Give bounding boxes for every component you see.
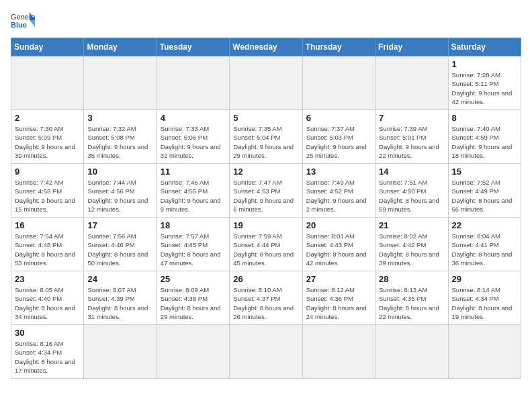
page-header: General Blue: [11, 11, 521, 31]
calendar-cell: [84, 325, 157, 379]
day-info: Sunrise: 8:12 AM Sunset: 4:36 PM Dayligh…: [306, 285, 371, 321]
day-info: Sunrise: 7:51 AM Sunset: 4:50 PM Dayligh…: [379, 178, 444, 214]
calendar-cell: 18Sunrise: 7:57 AM Sunset: 4:45 PM Dayli…: [157, 218, 229, 271]
day-info: Sunrise: 7:42 AM Sunset: 4:58 PM Dayligh…: [15, 178, 80, 214]
day-info: Sunrise: 8:16 AM Sunset: 4:34 PM Dayligh…: [15, 339, 80, 375]
day-number: 18: [161, 220, 226, 230]
day-number: 10: [87, 167, 152, 177]
calendar-cell: [448, 325, 521, 379]
calendar-cell: [302, 325, 375, 379]
day-number: 6: [306, 113, 371, 123]
day-number: 25: [161, 274, 226, 284]
calendar-cell: 6Sunrise: 7:37 AM Sunset: 5:03 PM Daylig…: [302, 110, 375, 164]
day-info: Sunrise: 8:14 AM Sunset: 4:34 PM Dayligh…: [452, 285, 517, 321]
calendar-cell: 8Sunrise: 7:40 AM Sunset: 4:59 PM Daylig…: [448, 110, 521, 164]
day-info: Sunrise: 8:13 AM Sunset: 4:35 PM Dayligh…: [379, 285, 444, 321]
calendar-cell: 16Sunrise: 7:54 AM Sunset: 4:48 PM Dayli…: [11, 218, 84, 271]
day-number: 14: [379, 167, 444, 177]
day-number: 29: [452, 274, 517, 284]
day-number: 30: [15, 328, 80, 338]
day-info: Sunrise: 7:28 AM Sunset: 5:11 PM Dayligh…: [452, 71, 517, 106]
calendar-cell: 20Sunrise: 8:01 AM Sunset: 4:43 PM Dayli…: [302, 218, 375, 271]
day-number: 19: [233, 220, 298, 230]
header-cell-friday: Friday: [375, 38, 448, 56]
calendar-cell: [84, 56, 157, 110]
calendar-cell: 29Sunrise: 8:14 AM Sunset: 4:34 PM Dayli…: [448, 271, 521, 325]
calendar-cell: 22Sunrise: 8:04 AM Sunset: 4:41 PM Dayli…: [448, 218, 521, 271]
calendar-cell: 28Sunrise: 8:13 AM Sunset: 4:35 PM Dayli…: [375, 271, 448, 325]
calendar-cell: [302, 56, 375, 110]
calendar-cell: 4Sunrise: 7:33 AM Sunset: 5:06 PM Daylig…: [157, 110, 229, 164]
calendar-week-2: 2Sunrise: 7:30 AM Sunset: 5:09 PM Daylig…: [11, 110, 521, 164]
calendar-cell: 7Sunrise: 7:39 AM Sunset: 5:01 PM Daylig…: [375, 110, 448, 164]
calendar-week-6: 30Sunrise: 8:16 AM Sunset: 4:34 PM Dayli…: [11, 325, 521, 379]
header-cell-sunday: Sunday: [11, 38, 84, 56]
day-number: 2: [15, 113, 80, 123]
day-info: Sunrise: 7:46 AM Sunset: 4:55 PM Dayligh…: [161, 178, 226, 214]
header-cell-wednesday: Wednesday: [230, 38, 302, 56]
calendar-cell: [230, 325, 302, 379]
calendar-week-5: 23Sunrise: 8:05 AM Sunset: 4:40 PM Dayli…: [11, 271, 521, 325]
calendar-table: SundayMondayTuesdayWednesdayThursdayFrid…: [11, 38, 521, 379]
day-info: Sunrise: 8:02 AM Sunset: 4:42 PM Dayligh…: [379, 232, 444, 267]
header-row: SundayMondayTuesdayWednesdayThursdayFrid…: [11, 38, 521, 56]
day-info: Sunrise: 7:33 AM Sunset: 5:06 PM Dayligh…: [161, 124, 226, 160]
calendar-cell: 24Sunrise: 8:07 AM Sunset: 4:39 PM Dayli…: [84, 271, 157, 325]
calendar-cell: 26Sunrise: 8:10 AM Sunset: 4:37 PM Dayli…: [230, 271, 302, 325]
calendar-header: SundayMondayTuesdayWednesdayThursdayFrid…: [11, 38, 521, 56]
day-number: 3: [87, 113, 152, 123]
calendar-cell: 11Sunrise: 7:46 AM Sunset: 4:55 PM Dayli…: [157, 164, 229, 218]
calendar-cell: 12Sunrise: 7:47 AM Sunset: 4:53 PM Dayli…: [230, 164, 302, 218]
day-info: Sunrise: 7:40 AM Sunset: 4:59 PM Dayligh…: [452, 124, 517, 160]
day-number: 24: [87, 274, 152, 284]
day-number: 17: [87, 220, 152, 230]
day-number: 8: [452, 113, 517, 123]
calendar-cell: [11, 56, 84, 110]
day-number: 26: [233, 274, 298, 284]
svg-text:Blue: Blue: [11, 21, 27, 29]
day-number: 13: [306, 167, 371, 177]
calendar-cell: [157, 56, 229, 110]
day-info: Sunrise: 7:59 AM Sunset: 4:44 PM Dayligh…: [233, 232, 298, 267]
calendar-cell: 10Sunrise: 7:44 AM Sunset: 4:56 PM Dayli…: [84, 164, 157, 218]
day-number: 12: [233, 167, 298, 177]
day-number: 21: [379, 220, 444, 230]
calendar-cell: 2Sunrise: 7:30 AM Sunset: 5:09 PM Daylig…: [11, 110, 84, 164]
header-cell-tuesday: Tuesday: [157, 38, 229, 56]
calendar-cell: 19Sunrise: 7:59 AM Sunset: 4:44 PM Dayli…: [230, 218, 302, 271]
calendar-cell: 13Sunrise: 7:49 AM Sunset: 4:52 PM Dayli…: [302, 164, 375, 218]
calendar-week-4: 16Sunrise: 7:54 AM Sunset: 4:48 PM Dayli…: [11, 218, 521, 271]
generalblue-icon: General Blue: [11, 11, 35, 31]
calendar-cell: 23Sunrise: 8:05 AM Sunset: 4:40 PM Dayli…: [11, 271, 84, 325]
day-number: 23: [15, 274, 80, 284]
day-info: Sunrise: 7:35 AM Sunset: 5:04 PM Dayligh…: [233, 124, 298, 160]
day-number: 22: [452, 220, 517, 230]
calendar-cell: 17Sunrise: 7:56 AM Sunset: 4:46 PM Dayli…: [84, 218, 157, 271]
day-info: Sunrise: 7:44 AM Sunset: 4:56 PM Dayligh…: [87, 178, 152, 214]
calendar-cell: 15Sunrise: 7:52 AM Sunset: 4:49 PM Dayli…: [448, 164, 521, 218]
day-info: Sunrise: 7:56 AM Sunset: 4:46 PM Dayligh…: [87, 232, 152, 267]
day-number: 1: [452, 59, 517, 69]
day-info: Sunrise: 8:04 AM Sunset: 4:41 PM Dayligh…: [452, 232, 517, 267]
calendar-cell: 25Sunrise: 8:09 AM Sunset: 4:38 PM Dayli…: [157, 271, 229, 325]
day-info: Sunrise: 7:57 AM Sunset: 4:45 PM Dayligh…: [161, 232, 226, 267]
calendar-cell: 5Sunrise: 7:35 AM Sunset: 5:04 PM Daylig…: [230, 110, 302, 164]
day-number: 15: [452, 167, 517, 177]
day-info: Sunrise: 7:54 AM Sunset: 4:48 PM Dayligh…: [15, 232, 80, 267]
day-info: Sunrise: 7:39 AM Sunset: 5:01 PM Dayligh…: [379, 124, 444, 160]
calendar-week-1: 1Sunrise: 7:28 AM Sunset: 5:11 PM Daylig…: [11, 56, 521, 110]
day-info: Sunrise: 8:07 AM Sunset: 4:39 PM Dayligh…: [87, 285, 152, 321]
calendar-week-3: 9Sunrise: 7:42 AM Sunset: 4:58 PM Daylig…: [11, 164, 521, 218]
day-number: 4: [161, 113, 226, 123]
day-info: Sunrise: 7:30 AM Sunset: 5:09 PM Dayligh…: [15, 124, 80, 160]
calendar-cell: [375, 325, 448, 379]
calendar-cell: 30Sunrise: 8:16 AM Sunset: 4:34 PM Dayli…: [11, 325, 84, 379]
calendar-cell: 27Sunrise: 8:12 AM Sunset: 4:36 PM Dayli…: [302, 271, 375, 325]
calendar-cell: 1Sunrise: 7:28 AM Sunset: 5:11 PM Daylig…: [448, 56, 521, 110]
logo: General Blue: [11, 11, 35, 31]
calendar-cell: 14Sunrise: 7:51 AM Sunset: 4:50 PM Dayli…: [375, 164, 448, 218]
day-info: Sunrise: 8:01 AM Sunset: 4:43 PM Dayligh…: [306, 232, 371, 267]
day-info: Sunrise: 7:47 AM Sunset: 4:53 PM Dayligh…: [233, 178, 298, 214]
day-info: Sunrise: 7:37 AM Sunset: 5:03 PM Dayligh…: [306, 124, 371, 160]
calendar-cell: 3Sunrise: 7:32 AM Sunset: 5:08 PM Daylig…: [84, 110, 157, 164]
